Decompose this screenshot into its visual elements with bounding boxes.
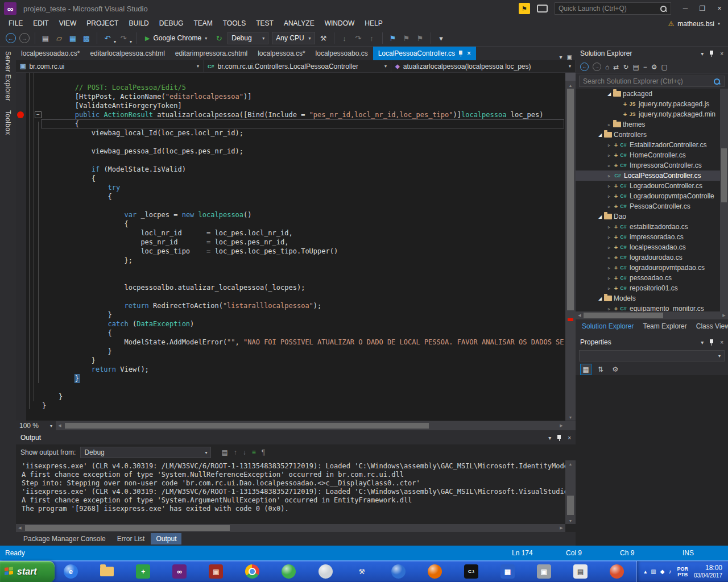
editor-tab-localpessoadao-cs[interactable]: localpessoadao.cs* — [16, 47, 85, 60]
tree-item-jquery-noty-packaged-min[interactable]: +JSjquery.noty.packaged.min — [576, 109, 728, 119]
tree-item-homecontroller-cs[interactable]: ▹+C#HomeController.cs — [576, 150, 728, 160]
user-account-button[interactable]: ⚠ matheus.bsi ▾ — [668, 20, 720, 28]
word-wrap-icon[interactable]: ¶ — [262, 448, 265, 456]
code-editor[interactable]: // POST: LocalPessoa/Edit/5 [HttpPost, A… — [16, 73, 565, 421]
code-line[interactable]: loc_pes_tipo = loc_pes.loc_pes_tipo.ToUp… — [16, 247, 565, 256]
se-show-all-files-icon[interactable]: ▤ — [632, 63, 639, 71]
clear-all-icon[interactable]: ≡ — [252, 448, 256, 456]
tree-item-pessoadao-cs[interactable]: ▹+C#pessoadao.cs — [576, 273, 728, 283]
code-line[interactable] — [16, 74, 565, 83]
start-button[interactable]: start — [0, 561, 55, 582]
output-lines[interactable]: 'iisexpress.exe' (CLR v4.0.30319: /LM/W3… — [16, 460, 565, 524]
step-out-icon[interactable]: ↑ — [366, 32, 378, 44]
green-orb-icon[interactable] — [282, 564, 296, 579]
nav-back-icon[interactable]: ← — [5, 33, 17, 43]
chrome-icon[interactable] — [245, 564, 259, 579]
code-line[interactable]: } — [16, 310, 565, 319]
editor-tab-editarlocalpessoa-cshtml[interactable]: editarlocalpessoa.cshtml — [85, 47, 169, 60]
tree-item-dao[interactable]: ◢Dao — [576, 211, 728, 222]
previous-bookmark-icon[interactable]: ⚑ — [400, 32, 413, 44]
windows-app-icon[interactable]: ▦ — [500, 564, 515, 579]
categorized-icon[interactable]: ▦ — [580, 364, 592, 375]
scroll-right-icon[interactable]: ▶ — [720, 313, 728, 318]
document-list-chevron-icon[interactable]: ▾ — [560, 54, 562, 60]
editor-tab-localpessoabo-cs[interactable]: localpessoabo.cs — [311, 47, 373, 60]
collapse-icon[interactable]: ◢ — [596, 214, 604, 219]
code-line[interactable] — [16, 156, 565, 165]
output-source-dropdown[interactable]: Debug ▾ — [80, 447, 211, 458]
orange-orb-icon[interactable] — [610, 564, 624, 579]
internet-explorer-icon[interactable]: e — [64, 564, 78, 579]
save-all-icon[interactable]: ▩ — [80, 32, 93, 44]
code-line[interactable]: try — [16, 183, 565, 192]
collapse-region-icon[interactable]: − — [35, 111, 42, 118]
configuration-dropdown[interactable]: Debug▾ — [228, 32, 268, 44]
expand-icon[interactable]: ▹ — [605, 225, 613, 230]
scroll-down-icon[interactable]: ▼ — [565, 517, 576, 524]
tree-item-controllers[interactable]: ◢Controllers — [576, 130, 728, 140]
scroll-up-icon[interactable]: ▲ — [565, 460, 576, 467]
window-position-icon[interactable]: ▾ — [701, 51, 704, 57]
clock[interactable]: 18:00 03/04/2017 — [694, 564, 722, 579]
refresh-icon[interactable]: ↻ — [213, 32, 225, 44]
code-line[interactable]: { — [16, 329, 565, 338]
tray-volume-icon[interactable]: ♪ — [668, 568, 671, 575]
menu-item-tools[interactable]: TOOLS — [218, 17, 251, 30]
bottom-tab-error-list[interactable]: Error List — [112, 533, 150, 544]
code-line[interactable] — [16, 265, 565, 274]
breadcrumb-section[interactable]: ▣br.com.rc.ui▾ — [16, 60, 204, 72]
menu-item-test[interactable]: TEST — [251, 17, 279, 30]
tree-item-impressoracontroller-cs[interactable]: ▹+C#ImpressoraController.cs — [576, 160, 728, 171]
scroll-left-icon[interactable]: ◀ — [56, 423, 64, 428]
gray-orb-icon[interactable] — [318, 564, 333, 579]
solution-search-input[interactable]: Search Solution Explorer (Ctrl+ç) — [579, 76, 725, 87]
code-line[interactable]: viewbag_pessoa_Id(loc_pes.pes_nr_id); — [16, 147, 565, 156]
side-tab-toolbox[interactable]: Toolbox — [4, 110, 12, 135]
panel-tab-class-view[interactable]: Class View — [692, 321, 728, 332]
bottom-tab-output[interactable]: Output — [151, 533, 181, 544]
editor-tab-localpessoa-cs[interactable]: localpessoa.cs* — [253, 47, 310, 60]
tree-vertical-scrollbar[interactable] — [720, 89, 728, 311]
editor-tab-editarimpressora-cshtml[interactable]: editarimpressora.cshtml — [170, 47, 253, 60]
next-bookmark-icon[interactable]: ⚑ — [414, 32, 427, 44]
menu-item-debug[interactable]: DEBUG — [154, 17, 189, 30]
menu-item-edit[interactable]: EDIT — [28, 17, 53, 30]
tree-item-repositorio01-cs[interactable]: ▹+C#repositorio01.cs — [576, 283, 728, 293]
expand-icon[interactable]: ▹ — [605, 204, 613, 209]
se-forward-icon[interactable]: → — [593, 63, 601, 71]
scroll-right-icon[interactable]: ▶ — [557, 526, 565, 530]
se-collapse-all-icon[interactable]: − — [643, 63, 647, 71]
code-line[interactable] — [16, 138, 565, 147]
properties-object-dropdown[interactable]: ▾ — [579, 350, 725, 361]
output-horizontal-scrollbar[interactable]: ◀ ▶ — [16, 524, 565, 532]
scroll-left-icon[interactable]: ◀ — [576, 313, 584, 318]
panel-tab-team-explorer[interactable]: Team Explorer — [639, 321, 690, 332]
pin-icon[interactable] — [709, 339, 714, 346]
quick-launch-input[interactable]: Quick Launch (Ctrl+Q) — [555, 2, 671, 15]
expand-icon[interactable]: ▹ — [605, 173, 613, 178]
code-line[interactable]: { — [16, 174, 565, 183]
code-line[interactable]: } — [16, 356, 565, 365]
tree-item-logradourocontroller-cs[interactable]: ▹+C#LogradouroController.cs — [576, 181, 728, 191]
tree-item-impressoradao-cs[interactable]: ▹+C#impressoradao.cs — [576, 232, 728, 242]
blue-orb-icon[interactable] — [391, 564, 406, 579]
breadcrumb-section[interactable]: C#br.com.rc.ui.Controllers.LocalPessoaCo… — [204, 60, 391, 72]
window-position-icon[interactable]: ▾ — [548, 435, 551, 441]
alphabetical-icon[interactable]: ⇅ — [595, 364, 606, 375]
expand-icon[interactable]: ▹ — [605, 153, 613, 158]
code-line[interactable]: pes_nr_id = loc_pes.pes_nr_id, — [16, 238, 565, 247]
tree-item-jquery-noty-packaged-js[interactable]: +JSjquery.noty.packaged.js — [576, 99, 728, 109]
start-debug-button[interactable]: ▶Google Chrome▾ — [140, 32, 212, 44]
code-line[interactable]: if (ModelState.IsValid) — [16, 165, 565, 174]
code-line[interactable] — [16, 292, 565, 301]
code-line[interactable]: ModelState.AddModelError("", "NAO FOI PO… — [16, 338, 565, 347]
scrollbar-thumb[interactable] — [584, 313, 663, 318]
scrollbar-thumb[interactable] — [25, 525, 230, 531]
tray-expand-icon[interactable]: ▴ — [644, 568, 647, 575]
notepad-icon[interactable]: ▤ — [573, 564, 588, 579]
breadcrumb-section[interactable]: ◆atualizarlocalpessoa(localpessoa loc_pe… — [391, 60, 576, 72]
panel-tab-solution-explorer[interactable]: Solution Explorer — [578, 321, 638, 332]
expand-icon[interactable]: ▹ — [605, 276, 613, 281]
green-app-icon[interactable]: + — [136, 564, 150, 579]
code-line[interactable]: } — [16, 392, 565, 401]
